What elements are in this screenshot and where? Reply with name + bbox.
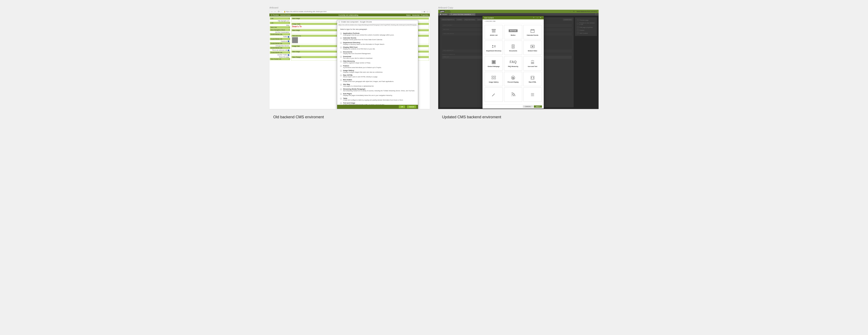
paragraph-option[interactable]: Text and ImageA basic paragraph that inc… [340, 102, 415, 105]
url-bar[interactable]: 🔒 https://ds-edit.its.txstate.edu/testin… [282, 10, 422, 13]
radio-icon[interactable] [340, 88, 342, 90]
menu-icon[interactable]: ⋮ [426, 10, 429, 13]
sidebar-block[interactable]: New Navigation Block+ [270, 29, 290, 31]
extension-icon[interactable]: ★ [424, 10, 426, 13]
back-icon[interactable]: ← [271, 10, 273, 13]
sidebar-block[interactable]: Social Media Link+ [270, 38, 290, 40]
ok-button[interactable]: OK [399, 105, 405, 108]
component-card[interactable]: Calendar Events [523, 25, 541, 39]
component-card[interactable]: Department Directory [485, 40, 503, 55]
radio-icon[interactable] [340, 42, 342, 44]
cancel-button[interactable]: Cancel [407, 105, 416, 108]
paragraph-option[interactable]: Raw XHTMLAllows expert users to add XHTM… [340, 74, 415, 78]
close-tab-icon[interactable]: ✕ [472, 13, 474, 16]
radio-icon[interactable] [340, 33, 342, 34]
sidebar-block[interactable]: New Social Link+ [270, 58, 290, 60]
radio-icon[interactable] [340, 75, 342, 76]
option-desc: Allows expert users to add XHTML directl… [343, 76, 415, 78]
plus-icon[interactable]: + [289, 26, 290, 28]
paragraph-option[interactable]: FeatureA promotions area that allows you… [340, 65, 415, 68]
sidebar-block[interactable]: Social Media Link+ [270, 33, 290, 35]
plus-icon[interactable]: + [289, 47, 290, 49]
paragraph-option[interactable]: DocumentsDisplay files from Document Man… [340, 51, 415, 54]
sidebar-block[interactable]: Link+ [270, 22, 290, 24]
component-card[interactable]: Image Gallery [485, 72, 503, 86]
tab-pages[interactable]: ▦PAGES [438, 13, 449, 16]
paragraph-option[interactable]: FAQ HierarchyUsed to organize a large nu… [340, 60, 415, 63]
paragraph-option[interactable]: TableCreate and configure a table by cop… [340, 97, 415, 101]
radio-icon[interactable] [340, 79, 342, 81]
paragraph-option[interactable]: Calendar EventsDisplays events pulled fr… [340, 37, 415, 40]
sidebar-block[interactable]: Social Media Link+ [270, 42, 290, 45]
radio-icon[interactable] [340, 56, 342, 58]
component-card[interactable] [485, 87, 503, 102]
gato-logo[interactable]: gato contentmanager [440, 10, 451, 13]
plus-icon[interactable]: + [289, 18, 290, 20]
component-card[interactable]: Raw HTML [523, 72, 541, 86]
option-title: Table [343, 97, 415, 99]
component-card[interactable] [523, 87, 541, 102]
styles-link[interactable]: Styles [406, 14, 411, 16]
component-card[interactable]: BUTTONButton [504, 25, 522, 39]
javascript-link[interactable]: Javascript [412, 14, 420, 16]
paragraph-option[interactable]: Image GalleryDisplays multiple images th… [340, 69, 415, 73]
paragraph-option[interactable]: Department DirectoryDisplays a directory… [340, 41, 415, 45]
mail-icon[interactable]: ✉ [573, 10, 575, 12]
modal-cancel-button[interactable]: CANCEL [523, 105, 533, 108]
radio-icon[interactable] [340, 103, 342, 104]
sidebar-block[interactable]: Social Media Link+ [270, 51, 290, 54]
paragraph-option[interactable]: Site MapLists pages in a hierarchical or… [340, 83, 415, 87]
paragraph-option[interactable]: Streaming Media ParagraphAdd streaming m… [340, 88, 415, 91]
reload-icon[interactable]: ⟳ [278, 10, 280, 13]
plus-icon[interactable]: + [289, 58, 290, 60]
sidebar-block[interactable]: Social Media Link+ [270, 47, 290, 49]
user-name[interactable]: Maria Balandra-Rutz (mb1823) [577, 11, 597, 12]
radio-icon[interactable] [340, 65, 342, 67]
radio-icon[interactable] [340, 51, 342, 53]
component-card[interactable] [504, 87, 522, 102]
plus-icon[interactable]: + [289, 43, 290, 44]
plus-icon[interactable]: + [289, 33, 290, 35]
component-card[interactable]: Documents [504, 40, 522, 55]
help-icon[interactable]: ? [533, 17, 535, 19]
fullscreen-icon[interactable]: ⛶ [594, 13, 598, 16]
paragraph-option[interactable]: Rich EditorCreate a free-form paragraph … [340, 79, 415, 82]
sidebar-block[interactable]: New Link+ [270, 26, 290, 29]
properties-link[interactable]: Properties [421, 14, 429, 16]
option-desc: Display the contents of an RSS feed on y… [343, 48, 415, 50]
minimize-icon[interactable]: — [536, 17, 539, 19]
radio-icon[interactable] [340, 70, 342, 72]
paragraph-option[interactable]: Application PortholeA paragraph that let… [340, 32, 415, 36]
modal-next-button[interactable]: NEXT [534, 105, 542, 108]
component-card[interactable]: Icon and Text [523, 56, 541, 71]
paragraph-option[interactable]: Sub-PagesDisplays the pages immediately … [340, 93, 415, 96]
preview-link[interactable]: ✕ Preview [271, 14, 279, 16]
close-icon[interactable]: ✕ [540, 17, 542, 19]
component-card[interactable]: %Percent Display [504, 72, 522, 86]
plus-icon[interactable]: + [289, 38, 290, 40]
paragraph-option[interactable]: DownloadPut a file on your site for visi… [340, 56, 415, 59]
create-component-popup: ▢ Create new component - Google Chrome h… [337, 20, 418, 109]
option-title: Application Porthole [343, 32, 415, 34]
sidebar-block[interactable]: Link+ [270, 17, 290, 20]
apps-icon[interactable]: ⋯ [570, 10, 571, 12]
radio-icon[interactable] [340, 47, 342, 48]
radio-icon[interactable] [340, 61, 342, 62]
tab-sandbox[interactable]: ✎UX/UI TESTING SANDBOX✕ [449, 13, 475, 16]
artboard-label-1: Artboard [270, 6, 430, 9]
admincentral-link[interactable]: AdminCentral [280, 14, 290, 16]
component-card[interactable]: Embed Video [523, 40, 541, 55]
plus-icon[interactable]: + [289, 29, 290, 31]
forward-icon[interactable]: → [274, 10, 276, 13]
logo-main: gato [440, 10, 445, 12]
component-card[interactable]: FAQFAQ Hierarchy [504, 56, 522, 71]
component-card[interactable]: Embed Webpage [485, 56, 503, 71]
radio-icon[interactable] [340, 84, 342, 86]
plus-icon[interactable]: + [289, 52, 290, 53]
paragraph-option[interactable]: Display RSS FeedDisplay the contents of … [340, 46, 415, 50]
radio-icon[interactable] [340, 37, 342, 39]
radio-icon[interactable] [340, 93, 342, 95]
radio-icon[interactable] [340, 98, 342, 100]
plus-icon[interactable]: + [289, 22, 290, 24]
component-card[interactable]: Article List [485, 25, 503, 39]
